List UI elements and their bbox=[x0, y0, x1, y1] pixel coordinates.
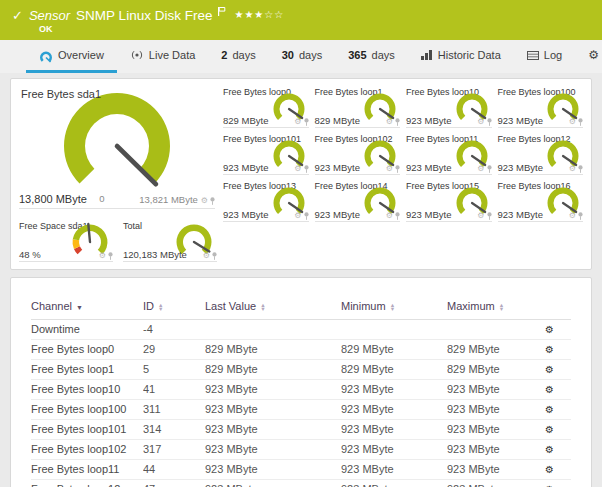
pin-icon[interactable] bbox=[578, 212, 583, 220]
gear-icon[interactable]: ⚙ bbox=[294, 118, 301, 126]
channel-settings-gear-icon[interactable]: ⚙ bbox=[545, 384, 554, 395]
channel-tile-free-bytes-sda1[interactable]: Free Bytes sda1 13,800 MByte 0 13,821 MB… bbox=[19, 85, 215, 209]
last-value-cell: 923 MByte bbox=[205, 480, 341, 487]
channel-tile-free-bytes-loop13[interactable]: Free Bytes loop13 923 MByte ⚙ bbox=[223, 179, 309, 223]
pin-icon[interactable] bbox=[108, 252, 113, 260]
channel-tile-free-bytes-loop12[interactable]: Free Bytes loop12 923 MByte ⚙ bbox=[498, 132, 584, 176]
id-cell: 47 bbox=[143, 480, 205, 487]
channel-settings-gear-icon[interactable]: ⚙ bbox=[545, 364, 554, 375]
star-filled-icon: ★ bbox=[254, 9, 264, 20]
pin-icon[interactable] bbox=[487, 165, 492, 173]
column-header-channel[interactable]: Channel▼ bbox=[31, 300, 143, 320]
gear-icon: ⚙ bbox=[588, 49, 599, 61]
tab-2-days[interactable]: 2days bbox=[208, 40, 268, 73]
pin-icon[interactable] bbox=[395, 212, 400, 220]
channel-settings-cell: ⚙ bbox=[545, 320, 571, 340]
column-header-maximum[interactable]: Maximum▲▼ bbox=[447, 300, 545, 320]
flag-icon[interactable] bbox=[218, 2, 226, 20]
table-row-free-bytes-loop101: Free Bytes loop101314923 MByte923 MByte9… bbox=[31, 420, 571, 440]
pin-icon[interactable] bbox=[304, 165, 309, 173]
channel-tile-free-bytes-loop1[interactable]: Free Bytes loop1 829 MByte ⚙ bbox=[315, 85, 401, 129]
gear-icon[interactable]: ⚙ bbox=[477, 212, 484, 220]
channel-settings-cell: ⚙ bbox=[545, 440, 571, 460]
channel-settings-gear-icon[interactable]: ⚙ bbox=[545, 464, 554, 475]
tab-bar: OverviewLive Data2days30days365daysHisto… bbox=[0, 40, 602, 73]
channel-settings-gear-icon[interactable]: ⚙ bbox=[545, 344, 554, 355]
tile-icons: ⚙ bbox=[99, 252, 113, 260]
channel-tile-free-bytes-loop15[interactable]: Free Bytes loop15 923 MByte ⚙ bbox=[406, 179, 492, 223]
pin-icon[interactable] bbox=[395, 118, 400, 126]
gear-icon[interactable]: ⚙ bbox=[386, 212, 393, 220]
channel-tile-free-bytes-loop14[interactable]: Free Bytes loop14 923 MByte ⚙ bbox=[315, 179, 401, 223]
gear-icon[interactable]: ⚙ bbox=[203, 252, 210, 260]
table-header-row: Channel▼ID▲▼Last Value▲▼Minimum▲▼Maximum… bbox=[31, 300, 571, 320]
tab-overview[interactable]: Overview bbox=[26, 40, 117, 73]
tab-365-days[interactable]: 365days bbox=[335, 40, 408, 73]
pin-icon[interactable] bbox=[487, 118, 492, 126]
channel-cell: Free Bytes loop10 bbox=[31, 380, 143, 400]
pin-icon[interactable] bbox=[578, 118, 583, 126]
tab-30-days[interactable]: 30days bbox=[269, 40, 336, 73]
gear-icon[interactable]: ⚙ bbox=[569, 165, 576, 173]
pin-icon[interactable] bbox=[487, 212, 492, 220]
minimum-cell: 923 MByte bbox=[341, 400, 447, 420]
channel-tile-free-bytes-loop0[interactable]: Free Bytes loop0 829 MByte ⚙ bbox=[223, 85, 309, 129]
sensor-header: ✓ Sensor SNMP Linux Disk Free ★★★☆☆ OK bbox=[0, 0, 602, 40]
channel-tile-total[interactable]: Total 120,183 MByte ⚙ bbox=[123, 219, 217, 263]
channel-tile-free-bytes-loop10[interactable]: Free Bytes loop10 923 MByte ⚙ bbox=[406, 85, 492, 129]
gear-icon[interactable]: ⚙ bbox=[99, 252, 106, 260]
priority-stars[interactable]: ★★★☆☆ bbox=[234, 9, 284, 20]
channel-settings-cell: ⚙ bbox=[545, 400, 571, 420]
channel-settings-gear-icon[interactable]: ⚙ bbox=[545, 424, 554, 435]
pin-icon[interactable] bbox=[578, 165, 583, 173]
channel-cell: Free Bytes loop102 bbox=[31, 440, 143, 460]
tab-live-data[interactable]: Live Data bbox=[117, 40, 208, 73]
tab-log[interactable]: Log bbox=[514, 40, 575, 73]
gear-icon[interactable]: ⚙ bbox=[569, 118, 576, 126]
gear-icon[interactable]: ⚙ bbox=[477, 165, 484, 173]
pin-icon[interactable] bbox=[212, 252, 217, 260]
gear-icon[interactable]: ⚙ bbox=[386, 118, 393, 126]
gauge-max-label: 13,821 MByte bbox=[139, 194, 198, 205]
maximum-cell bbox=[447, 320, 545, 340]
channel-tile-free-bytes-loop101[interactable]: Free Bytes loop101 923 MByte ⚙ bbox=[223, 132, 309, 176]
channel-settings-gear-icon[interactable]: ⚙ bbox=[545, 444, 554, 455]
column-header-minimum[interactable]: Minimum▲▼ bbox=[341, 300, 447, 320]
pin-icon[interactable] bbox=[304, 118, 309, 126]
channel-settings-cell: ⚙ bbox=[545, 420, 571, 440]
channel-settings-gear-icon[interactable]: ⚙ bbox=[545, 324, 554, 335]
sensor-title-row: ✓ Sensor SNMP Linux Disk Free ★★★☆☆ bbox=[12, 6, 590, 24]
pin-icon[interactable] bbox=[210, 197, 215, 205]
channel-settings-cell: ⚙ bbox=[545, 480, 571, 487]
gear-icon[interactable]: ⚙ bbox=[386, 165, 393, 173]
star-empty-icon: ☆ bbox=[264, 9, 274, 20]
tab-settings[interactable]: ⚙Settings bbox=[575, 40, 602, 73]
channel-tile-free-bytes-loop11[interactable]: Free Bytes loop11 923 MByte ⚙ bbox=[406, 132, 492, 176]
column-header-last-value[interactable]: Last Value▲▼ bbox=[205, 300, 341, 320]
gear-icon[interactable]: ⚙ bbox=[569, 212, 576, 220]
channel-tile-free-space-sda1[interactable]: Free Space sda1 48 % ⚙ bbox=[19, 219, 113, 263]
channel-tile-bottom: 48 % ⚙ bbox=[19, 249, 113, 262]
pin-icon[interactable] bbox=[304, 212, 309, 220]
channel-settings-gear-icon[interactable]: ⚙ bbox=[545, 404, 554, 415]
star-filled-icon: ★ bbox=[244, 9, 254, 20]
last-value-cell: 829 MByte bbox=[205, 340, 341, 360]
tab-historic-data[interactable]: Historic Data bbox=[408, 40, 514, 73]
channel-tile-free-bytes-loop16[interactable]: Free Bytes loop16 923 MByte ⚙ bbox=[498, 179, 584, 223]
star-filled-icon: ★ bbox=[234, 9, 244, 20]
channel-tile-bottom: 923 MByte ⚙ bbox=[406, 162, 492, 175]
gear-icon[interactable]: ⚙ bbox=[201, 197, 208, 205]
gear-icon[interactable]: ⚙ bbox=[294, 165, 301, 173]
gauge-min-label: 0 bbox=[99, 193, 104, 204]
minimum-cell: 829 MByte bbox=[341, 360, 447, 380]
channel-tile-free-bytes-loop100[interactable]: Free Bytes loop100 923 MByte ⚙ bbox=[498, 85, 584, 129]
main-content: Free Bytes sda1 13,800 MByte 0 13,821 MB… bbox=[0, 73, 602, 487]
minimum-cell bbox=[341, 320, 447, 340]
pin-icon[interactable] bbox=[395, 165, 400, 173]
channel-tile-free-bytes-loop102[interactable]: Free Bytes loop102 923 MByte ⚙ bbox=[315, 132, 401, 176]
column-header-id[interactable]: ID▲▼ bbox=[143, 300, 205, 320]
gear-icon[interactable]: ⚙ bbox=[294, 212, 301, 220]
tile-icons: ⚙ bbox=[386, 165, 400, 173]
main-gauge-slot bbox=[19, 85, 215, 196]
gear-icon[interactable]: ⚙ bbox=[477, 118, 484, 126]
